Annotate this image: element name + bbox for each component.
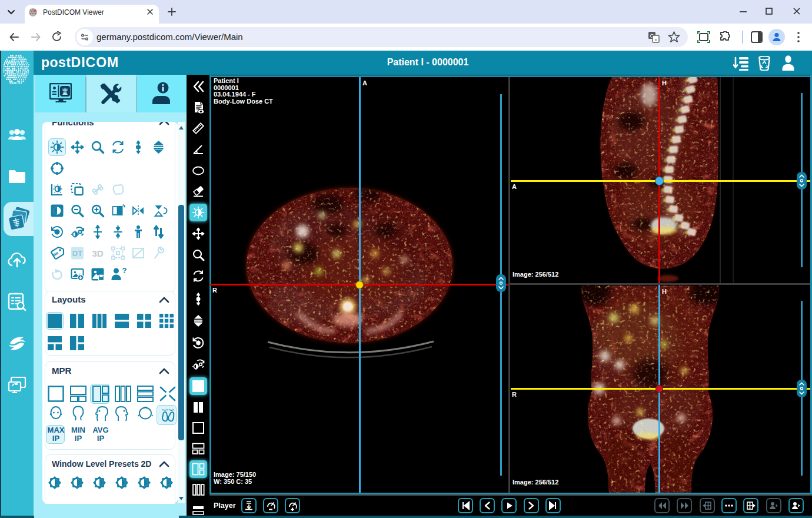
svg-text:?: ? xyxy=(122,267,127,275)
svg-text:x: x xyxy=(655,37,657,42)
svg-text:3D: 3D xyxy=(92,248,103,258)
svg-text:DT: DT xyxy=(72,249,82,258)
